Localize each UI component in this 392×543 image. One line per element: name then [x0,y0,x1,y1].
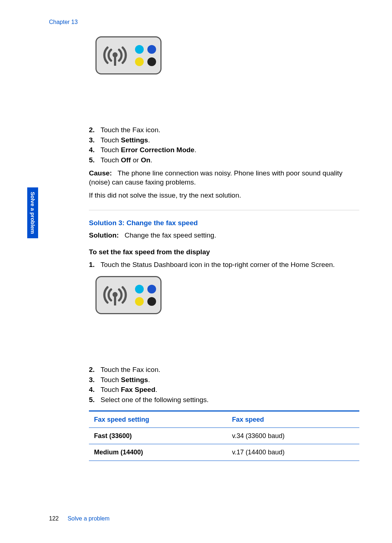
step-number: 5. [89,395,101,405]
step-item: 4. Touch Error Correction Mode. [89,145,359,155]
status-dashboard-icon [95,276,162,314]
solution-heading: Solution 3: Change the fax speed [89,218,359,228]
step-item: 2. Touch the Fax icon. [89,365,359,374]
table-row: Fast (33600) v.34 (33600 baud) [89,427,359,444]
col-speed: Fax speed [227,411,359,427]
spacer [89,74,359,122]
cause-paragraph: Cause: The phone line connection was noi… [89,169,359,187]
blue-dot-icon [147,45,156,54]
step-text: Touch Error Correction Mode. [101,145,196,155]
step-number: 3. [89,375,101,385]
page-footer: 122 Solve a problem [49,515,110,522]
step-item: 5. Touch Off or On. [89,155,359,165]
table-header-row: Fax speed setting Fax speed [89,411,359,427]
svg-rect-1 [114,56,116,66]
step-item: 1. Touch the Status Dashboard icon in th… [89,260,359,270]
followup-text: If this did not solve the issue, try the… [89,191,359,200]
fax-speed-table: Fax speed setting Fax speed Fast (33600)… [89,410,359,461]
cell-speed: v.34 (33600 baud) [227,427,359,444]
solution-label: Solution: [89,231,119,239]
step-item: 3. Touch Settings. [89,135,359,145]
step-text: Touch Fax Speed. [101,385,157,394]
steps-list-a: 2. Touch the Fax icon. 3. Touch Settings… [89,125,359,165]
table-row: Medium (14400) v.17 (14400 baud) [89,444,359,461]
step-text: Touch the Fax icon. [101,365,160,374]
blue-dot-icon [147,285,156,293]
cyan-dot-icon [135,45,144,54]
page: Chapter 13 Solve a problem [0,0,392,543]
side-tab-text: Solve a problem [30,192,36,234]
steps-list-b: 1. Touch the Status Dashboard icon in th… [89,260,359,270]
yellow-dot-icon [135,297,144,306]
black-dot-icon [147,57,156,66]
step-number: 4. [89,385,101,394]
col-setting: Fax speed setting [89,411,227,427]
subheading: To set the fax speed from the display [89,247,359,257]
step-number: 2. [89,365,101,374]
step-item: 3. Touch Settings. [89,375,359,385]
step-text: Touch the Status Dashboard icon in the t… [101,260,335,270]
step-text: Touch the Fax icon. [101,125,160,135]
cause-label: Cause: [89,169,112,177]
page-number: 122 [49,515,59,522]
chapter-label: Chapter 13 [49,19,359,25]
step-number: 4. [89,145,101,155]
yellow-dot-icon [135,57,144,66]
side-tab: Solve a problem [27,187,38,238]
step-number: 5. [89,155,101,165]
step-text: Touch Off or On. [101,155,152,165]
cyan-dot-icon [135,285,144,293]
black-dot-icon [147,297,156,306]
step-item: 2. Touch the Fax icon. [89,125,359,135]
cell-setting: Medium (14400) [89,444,227,461]
step-number: 2. [89,125,101,135]
spacer [89,314,359,361]
status-dashboard-icon [95,36,162,74]
step-text: Touch Settings. [101,135,150,145]
footer-section: Solve a problem [68,515,110,522]
wireless-icon [101,43,129,68]
steps-list-b-cont: 2. Touch the Fax icon. 3. Touch Settings… [89,365,359,405]
svg-rect-3 [114,295,116,305]
cell-speed: v.17 (14400 baud) [227,444,359,461]
cause-text: The phone line connection was noisy. Pho… [89,169,343,186]
step-item: 5. Select one of the following settings. [89,395,359,405]
solution-line: Solution: Change the fax speed setting. [89,231,359,240]
step-text: Touch Settings. [101,375,150,385]
ink-dots-icon [135,285,156,306]
step-number: 1. [89,260,101,270]
step-number: 3. [89,135,101,145]
wireless-icon [101,283,129,308]
content-area: 2. Touch the Fax icon. 3. Touch Settings… [89,36,359,461]
step-text: Select one of the following settings. [101,395,209,405]
cell-setting: Fast (33600) [89,427,227,444]
separator [89,210,359,210]
step-item: 4. Touch Fax Speed. [89,385,359,394]
ink-dots-icon [135,45,156,66]
solution-text: Change the fax speed setting. [124,231,216,239]
